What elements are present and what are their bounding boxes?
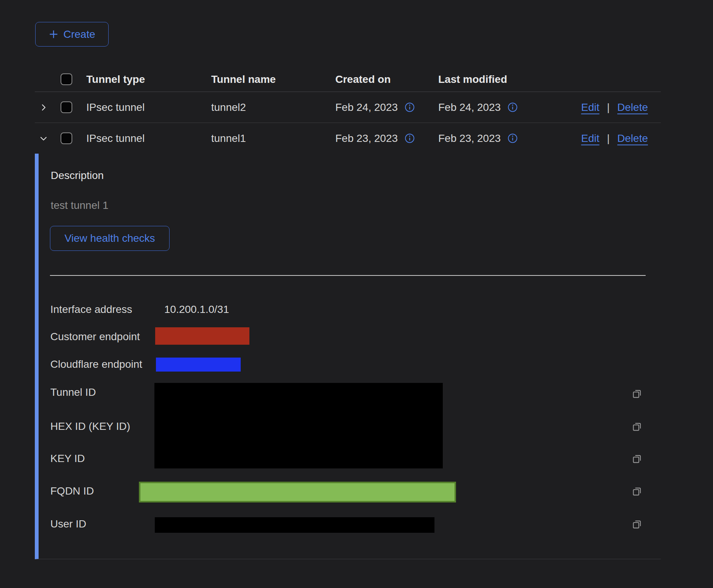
actions-separator: | [607,132,610,145]
table-row-tunnel2: IPsec tunnel tunnel2 Feb 24, 2023 Feb 24… [35,92,661,123]
row1-checkbox[interactable] [61,101,72,113]
fqdn-id-label: FQDN ID [50,485,94,498]
user-id-redaction [155,517,434,533]
tunnel1-details-panel: Description test tunnel 1 View health ch… [35,154,661,559]
row1-edit-link[interactable]: Edit [581,101,599,114]
row1-expand-cell[interactable] [35,103,59,112]
cloudflare-endpoint-redaction [156,358,241,372]
row2-checkbox[interactable] [61,132,72,144]
tunnels-page: Create Tunnel type Tunnel name Created o… [0,0,713,588]
description-label: Description [51,169,104,182]
view-health-checks-label: View health checks [64,232,155,244]
table-header-row: Tunnel type Tunnel name Created on Last … [35,67,661,92]
hex-id-label: HEX ID (KEY ID) [50,420,130,433]
col-header-last-modified: Last modified [438,73,545,86]
select-all-checkbox[interactable] [61,73,72,85]
copy-icon [631,486,643,497]
row2-created-on: Feb 23, 2023 [335,132,438,145]
row2-edit-link[interactable]: Edit [581,132,599,145]
create-button-label: Create [63,28,95,40]
row2-modified-date: Feb 23, 2023 [438,132,501,145]
interface-address-value: 10.200.1.0/31 [164,303,229,316]
row1-last-modified: Feb 24, 2023 [438,101,545,114]
copy-icon [631,453,643,465]
row2-check-cell [59,132,86,144]
row1-created-date: Feb 24, 2023 [335,101,398,114]
chevron-right-icon [39,103,48,112]
col-header-created-on: Created on [335,73,438,86]
panel-divider [50,275,646,276]
fqdn-id-redaction [139,482,456,502]
row2-created-date: Feb 23, 2023 [335,132,398,145]
col-header-tunnel-name: Tunnel name [211,73,335,86]
chevron-down-icon [39,134,48,143]
row2-delete-link[interactable]: Delete [617,132,648,145]
key-id-label: KEY ID [50,452,85,465]
row1-tunnel-type: IPsec tunnel [86,101,211,114]
copy-key-id-button[interactable] [631,453,643,465]
copy-icon [631,519,643,530]
row1-delete-link[interactable]: Delete [617,101,648,114]
copy-icon [631,421,643,432]
copy-hex-id-button[interactable] [631,421,643,432]
user-id-label: User ID [50,518,86,530]
tunnels-table: Tunnel type Tunnel name Created on Last … [35,67,661,559]
customer-endpoint-redaction [155,327,249,345]
header-check-cell [59,73,86,85]
interface-address-label: Interface address [50,303,132,316]
copy-user-id-button[interactable] [631,519,643,530]
table-row-tunnel1: IPsec tunnel tunnel1 Feb 23, 2023 Feb 23… [35,123,661,154]
row1-actions: Edit | Delete [545,101,661,114]
tunnel-id-label: Tunnel ID [50,386,96,399]
row2-last-modified: Feb 23, 2023 [438,132,545,145]
create-button[interactable]: Create [35,22,109,47]
copy-tunnel-id-button[interactable] [631,388,643,400]
plus-icon [48,29,59,39]
description-value: test tunnel 1 [51,199,109,212]
info-icon[interactable] [405,133,415,143]
row2-expand-cell[interactable] [35,134,59,143]
view-health-checks-button[interactable]: View health checks [50,226,170,251]
row1-check-cell [59,101,86,113]
copy-icon [631,388,643,400]
row2-actions: Edit | Delete [545,132,661,145]
tunnel-id-redaction [154,383,443,468]
info-icon[interactable] [508,102,518,112]
row1-tunnel-name: tunnel2 [211,101,335,114]
info-icon[interactable] [405,102,415,112]
actions-separator: | [607,101,610,114]
row2-tunnel-name: tunnel1 [211,132,335,145]
row1-modified-date: Feb 24, 2023 [438,101,501,114]
customer-endpoint-label: Customer endpoint [50,330,140,343]
copy-fqdn-id-button[interactable] [631,486,643,497]
cloudflare-endpoint-label: Cloudflare endpoint [50,358,142,371]
info-icon[interactable] [508,133,518,143]
row2-tunnel-type: IPsec tunnel [86,132,211,145]
row1-created-on: Feb 24, 2023 [335,101,438,114]
col-header-tunnel-type: Tunnel type [86,73,211,86]
